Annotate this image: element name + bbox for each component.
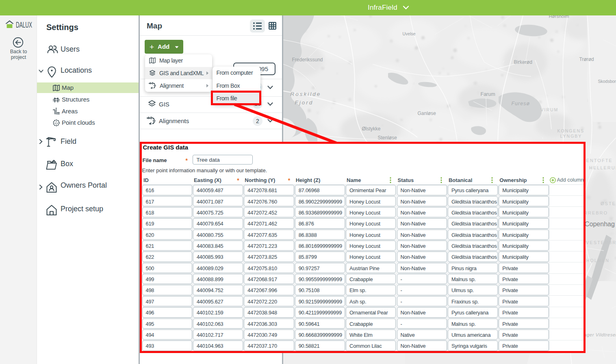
- svg-text:LYNGBY: LYNGBY: [560, 134, 582, 139]
- svg-text:DALUX: DALUX: [16, 20, 32, 30]
- svg-text:Uvelse: Uvelse: [402, 31, 415, 36]
- svg-text:Fjord: Fjord: [295, 100, 313, 106]
- svg-text:Furesø: Furesø: [511, 101, 530, 106]
- svg-text:GENTOFTE: GENTOFTE: [582, 158, 613, 163]
- svg-text:Birkerød: Birkerød: [514, 59, 532, 65]
- svg-text:Farum: Farum: [480, 91, 495, 97]
- svg-text:Ølstykke: Ølstykke: [362, 126, 380, 132]
- svg-text:Ganløse: Ganløse: [417, 110, 436, 116]
- svg-text:Trørød: Trørød: [579, 56, 594, 62]
- svg-text:Hørsholm: Hørsholm: [549, 15, 569, 19]
- svg-text:Copenhag: Copenhag: [585, 221, 615, 228]
- svg-text:RREBRO: RREBRO: [584, 210, 608, 215]
- svg-text:HELLERUP: HELLERUP: [589, 165, 616, 170]
- svg-text:VIRUM: VIRUM: [540, 107, 558, 112]
- svg-text:Skodsborg: Skodsborg: [598, 79, 616, 84]
- svg-text:Stenløse: Stenløse: [377, 135, 397, 141]
- svg-text:Frederikssund: Frederikssund: [292, 57, 323, 63]
- svg-text:ØSTERBR: ØSTERBR: [601, 201, 616, 206]
- svg-text:KONGENS: KONGENS: [557, 128, 584, 133]
- svg-text:Roskilde: Roskilde: [290, 91, 321, 97]
- svg-text:VESTERBRO: VESTERBRO: [586, 240, 616, 245]
